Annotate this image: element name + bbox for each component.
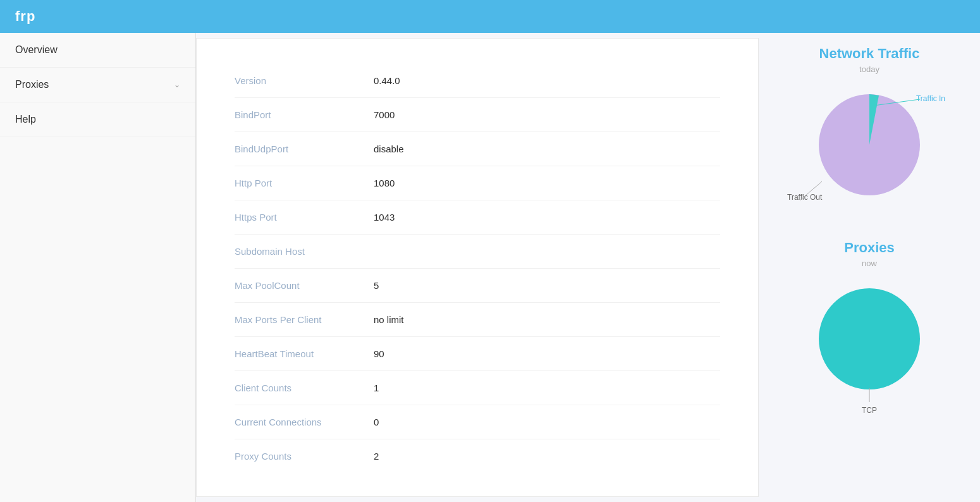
sidebar-item-overview[interactable]: Overview [0, 33, 195, 68]
network-traffic-chart: Traffic In Traffic Out [793, 82, 945, 227]
sidebar: Overview Proxies ⌄ Help [0, 33, 196, 502]
info-value: 5 [374, 280, 379, 291]
sidebar-item-proxies[interactable]: Proxies ⌄ [0, 68, 195, 102]
right-panel: Network Traffic today Traffic In [759, 33, 980, 502]
proxies-pie [806, 276, 933, 402]
network-traffic-title: Network Traffic [819, 46, 920, 62]
info-label: Version [235, 75, 374, 86]
info-value: 1 [374, 383, 379, 393]
app-header: frp [0, 0, 980, 33]
traffic-out-label: Traffic Out [787, 193, 822, 202]
info-value: 1080 [374, 178, 395, 188]
info-row: Version0.44.0 [235, 64, 720, 98]
info-row: Max PoolCount5 [235, 269, 720, 303]
info-label: BindUdpPort [235, 144, 374, 154]
info-row: Current Connections0 [235, 405, 720, 439]
info-value: no limit [374, 314, 404, 325]
sidebar-item-help[interactable]: Help [0, 102, 195, 137]
sidebar-item-label: Help [15, 114, 36, 125]
info-row: Client Counts1 [235, 371, 720, 405]
tcp-label: TCP [862, 406, 877, 415]
proxies-chart: TCP [793, 276, 945, 415]
traffic-in-legend: Traffic In [916, 94, 945, 103]
info-row: BindUdpPortdisable [235, 132, 720, 166]
info-value: disable [374, 144, 404, 154]
sidebar-item-label: Overview [15, 44, 58, 56]
network-traffic-section: Network Traffic today Traffic In [771, 46, 967, 227]
tcp-legend: TCP [862, 406, 877, 415]
chevron-down-icon: ⌄ [174, 80, 180, 89]
info-row: HeartBeat Timeout90 [235, 337, 720, 371]
info-table: Version0.44.0BindPort7000BindUdpPortdisa… [235, 64, 720, 473]
proxies-chart-title: Proxies [844, 240, 895, 256]
info-value: 0 [374, 417, 379, 427]
info-label: Current Connections [235, 417, 374, 427]
info-label: Max PoolCount [235, 280, 374, 291]
svg-point-3 [819, 288, 920, 389]
network-traffic-pie [806, 82, 933, 208]
info-value: 0.44.0 [374, 75, 400, 86]
info-label: Http Port [235, 178, 374, 188]
info-value: 7000 [374, 109, 395, 120]
info-label: Proxy Counts [235, 451, 374, 462]
info-value: 1043 [374, 212, 395, 223]
info-row: Subdomain Host [235, 235, 720, 269]
network-traffic-subtitle: today [859, 64, 879, 74]
traffic-in-label: Traffic In [916, 94, 945, 103]
traffic-out-legend: Traffic Out [787, 193, 822, 202]
info-label: BindPort [235, 109, 374, 120]
info-value: 90 [374, 348, 384, 359]
info-row: Proxy Counts2 [235, 439, 720, 473]
info-row: BindPort7000 [235, 98, 720, 132]
info-row: Http Port1080 [235, 166, 720, 200]
info-row: Https Port1043 [235, 200, 720, 235]
info-label: Https Port [235, 212, 374, 223]
proxies-section: Proxies now TCP [771, 240, 967, 415]
info-label: Subdomain Host [235, 246, 374, 257]
info-label: Client Counts [235, 383, 374, 393]
info-row: Max Ports Per Clientno limit [235, 303, 720, 337]
sidebar-item-label: Proxies [15, 79, 49, 90]
info-label: Max Ports Per Client [235, 314, 374, 325]
main-content: Version0.44.0BindPort7000BindUdpPortdisa… [196, 38, 759, 497]
app-logo: frp [15, 8, 35, 25]
main-layout: Overview Proxies ⌄ Help Version0.44.0Bin… [0, 33, 980, 502]
proxies-chart-subtitle: now [862, 259, 877, 268]
info-value: 2 [374, 451, 379, 462]
info-label: HeartBeat Timeout [235, 348, 374, 359]
